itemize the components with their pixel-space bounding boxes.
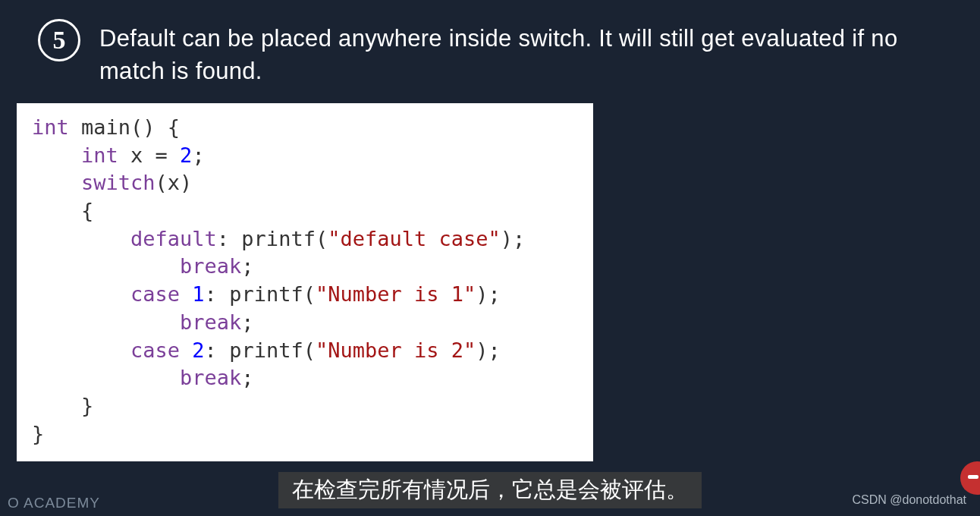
op-equals: =	[155, 143, 181, 167]
paren: );	[476, 338, 501, 362]
keyword-default: default	[130, 227, 217, 250]
code-line-9: case 2: printf("Number is 2");	[32, 337, 578, 365]
colon: :	[205, 338, 230, 362]
paren: (	[316, 227, 328, 250]
code-line-5: default: printf("default case");	[32, 225, 578, 253]
bullet-number-circle: 5	[38, 19, 80, 61]
semicolon: ;	[241, 254, 253, 278]
bullet-number: 5	[53, 26, 66, 55]
code-line-11: }	[32, 392, 578, 420]
string-literal: "Number is 1"	[316, 282, 476, 306]
footer-watermark: CSDN @donotdothat	[852, 493, 966, 507]
keyword-switch: switch	[81, 171, 155, 194]
slide-title: Default can be placed anywhere inside sw…	[99, 19, 942, 88]
num-literal: 1	[192, 282, 204, 306]
fn-printf: printf	[241, 227, 316, 250]
code-line-2: int x = 2;	[32, 142, 578, 170]
code-line-4: {	[32, 197, 578, 225]
string-literal: "default case"	[328, 227, 501, 250]
code-line-12: }	[32, 420, 578, 448]
keyword-int: int	[81, 143, 118, 167]
colon: :	[205, 282, 230, 306]
keyword-break: break	[180, 366, 241, 389]
fn-main: main	[81, 115, 130, 139]
brace-close: }	[32, 422, 44, 445]
semicolon: ;	[241, 366, 253, 389]
string-literal: "Number is 2"	[316, 338, 476, 362]
space	[180, 338, 192, 362]
colon: :	[217, 227, 242, 250]
code-line-10: break;	[32, 364, 578, 392]
keyword-int: int	[32, 115, 69, 139]
paren: (	[303, 338, 316, 362]
semicolon: ;	[192, 143, 204, 167]
var-x: x	[130, 143, 155, 167]
num-literal: 2	[180, 143, 192, 167]
keyword-break: break	[180, 254, 241, 278]
paren: );	[476, 282, 501, 306]
fn-printf: printf	[229, 338, 303, 362]
paren: (	[303, 282, 316, 306]
keyword-break: break	[180, 310, 241, 334]
code-block: int main() { int x = 2; switch(x) { defa…	[17, 103, 593, 462]
code-text: (x)	[155, 171, 193, 194]
semicolon: ;	[241, 310, 253, 334]
code-text: () {	[130, 115, 180, 139]
code-line-3: switch(x)	[32, 169, 578, 197]
space	[180, 282, 192, 306]
fn-printf: printf	[229, 282, 303, 306]
code-line-7: case 1: printf("Number is 1");	[32, 281, 578, 309]
code-line-1: int main() {	[32, 114, 578, 142]
brace-close: }	[81, 394, 93, 417]
subtitle-caption: 在检查完所有情况后，它总是会被评估。	[278, 472, 702, 508]
code-line-6: break;	[32, 253, 578, 281]
header-row: 5 Default can be placed anywhere inside …	[0, 0, 980, 103]
num-literal: 2	[192, 338, 204, 362]
keyword-case: case	[130, 338, 180, 362]
footer-brand: O ACADEMY	[8, 495, 100, 511]
code-line-8: break;	[32, 309, 578, 337]
paren: );	[501, 227, 526, 250]
keyword-case: case	[130, 282, 180, 306]
minus-icon	[960, 461, 980, 495]
brace-open: {	[81, 199, 93, 222]
